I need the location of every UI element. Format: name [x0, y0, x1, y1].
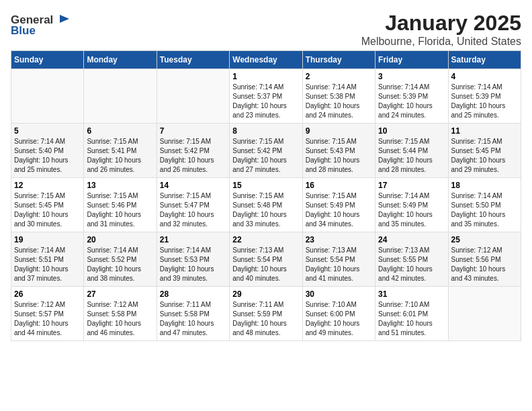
- day-number: 8: [232, 126, 299, 136]
- day-info: Sunrise: 7:15 AM Sunset: 5:41 PM Dayligh…: [87, 137, 153, 175]
- day-info: Sunrise: 7:15 AM Sunset: 5:47 PM Dayligh…: [160, 191, 226, 229]
- day-number: 27: [87, 289, 153, 299]
- day-number: 16: [306, 181, 372, 190]
- day-info: Sunrise: 7:12 AM Sunset: 5:58 PM Dayligh…: [87, 300, 153, 338]
- calendar-cell: 22Sunrise: 7:13 AM Sunset: 5:54 PM Dayli…: [230, 232, 302, 287]
- calendar-cell: 3Sunrise: 7:14 AM Sunset: 5:39 PM Daylig…: [375, 69, 448, 124]
- calendar-cell: 28Sunrise: 7:11 AM Sunset: 5:58 PM Dayli…: [157, 287, 229, 341]
- weekday-header-saturday: Saturday: [448, 51, 521, 69]
- day-info: Sunrise: 7:14 AM Sunset: 5:37 PM Dayligh…: [232, 83, 299, 120]
- calendar-cell: 24Sunrise: 7:13 AM Sunset: 5:55 PM Dayli…: [375, 232, 448, 287]
- day-number: 22: [232, 235, 299, 244]
- day-info: Sunrise: 7:13 AM Sunset: 5:54 PM Dayligh…: [232, 246, 299, 283]
- day-number: 11: [451, 126, 518, 136]
- day-info: Sunrise: 7:14 AM Sunset: 5:51 PM Dayligh…: [14, 246, 81, 283]
- day-info: Sunrise: 7:14 AM Sunset: 5:50 PM Dayligh…: [451, 191, 518, 229]
- calendar-cell: [84, 69, 157, 124]
- day-info: Sunrise: 7:15 AM Sunset: 5:45 PM Dayligh…: [451, 137, 518, 175]
- weekday-header-sunday: Sunday: [11, 51, 84, 69]
- calendar-table: SundayMondayTuesdayWednesdayThursdayFrid…: [11, 50, 521, 341]
- day-info: Sunrise: 7:15 AM Sunset: 5:48 PM Dayligh…: [232, 191, 299, 229]
- calendar-cell: 10Sunrise: 7:15 AM Sunset: 5:44 PM Dayli…: [375, 124, 448, 178]
- calendar-cell: 20Sunrise: 7:14 AM Sunset: 5:52 PM Dayli…: [84, 232, 157, 287]
- day-info: Sunrise: 7:15 AM Sunset: 5:42 PM Dayligh…: [232, 137, 299, 175]
- day-number: 12: [14, 181, 81, 190]
- calendar-cell: 27Sunrise: 7:12 AM Sunset: 5:58 PM Dayli…: [84, 287, 157, 341]
- calendar-week-row: 12Sunrise: 7:15 AM Sunset: 5:45 PM Dayli…: [11, 178, 521, 232]
- calendar-header: January 2025 Melbourne, Florida, United …: [11, 11, 521, 48]
- day-info: Sunrise: 7:14 AM Sunset: 5:53 PM Dayligh…: [160, 246, 226, 283]
- day-info: Sunrise: 7:14 AM Sunset: 5:39 PM Dayligh…: [451, 83, 518, 120]
- day-number: 25: [451, 235, 518, 244]
- calendar-cell: [157, 69, 229, 124]
- day-number: 24: [378, 235, 445, 244]
- page-header: General Blue January 2025 Melbourne, Flo…: [11, 11, 521, 50]
- day-number: 2: [306, 72, 372, 81]
- day-number: 9: [306, 126, 372, 136]
- day-info: Sunrise: 7:14 AM Sunset: 5:40 PM Dayligh…: [14, 137, 81, 175]
- svg-marker-0: [60, 15, 69, 23]
- weekday-header-tuesday: Tuesday: [157, 51, 229, 69]
- calendar-week-row: 26Sunrise: 7:12 AM Sunset: 5:57 PM Dayli…: [11, 287, 521, 341]
- day-number: 23: [306, 235, 372, 244]
- day-info: Sunrise: 7:13 AM Sunset: 5:55 PM Dayligh…: [378, 246, 445, 283]
- day-info: Sunrise: 7:15 AM Sunset: 5:46 PM Dayligh…: [87, 191, 153, 229]
- day-number: 21: [160, 235, 226, 244]
- calendar-cell: 18Sunrise: 7:14 AM Sunset: 5:50 PM Dayli…: [448, 178, 521, 232]
- day-info: Sunrise: 7:15 AM Sunset: 5:44 PM Dayligh…: [378, 137, 445, 175]
- day-number: 31: [378, 289, 445, 299]
- day-number: 10: [378, 126, 445, 136]
- weekday-header-wednesday: Wednesday: [230, 51, 302, 69]
- calendar-cell: 6Sunrise: 7:15 AM Sunset: 5:41 PM Daylig…: [84, 124, 157, 178]
- day-number: 7: [160, 126, 226, 136]
- day-info: Sunrise: 7:14 AM Sunset: 5:49 PM Dayligh…: [378, 191, 445, 229]
- logo-icon: [54, 13, 69, 27]
- calendar-cell: 7Sunrise: 7:15 AM Sunset: 5:42 PM Daylig…: [157, 124, 229, 178]
- day-info: Sunrise: 7:15 AM Sunset: 5:45 PM Dayligh…: [14, 191, 81, 229]
- calendar-cell: 26Sunrise: 7:12 AM Sunset: 5:57 PM Dayli…: [11, 287, 84, 341]
- day-info: Sunrise: 7:10 AM Sunset: 6:00 PM Dayligh…: [306, 300, 372, 338]
- calendar-cell: 25Sunrise: 7:12 AM Sunset: 5:56 PM Dayli…: [448, 232, 521, 287]
- calendar-cell: 5Sunrise: 7:14 AM Sunset: 5:40 PM Daylig…: [11, 124, 84, 178]
- day-info: Sunrise: 7:15 AM Sunset: 5:43 PM Dayligh…: [306, 137, 372, 175]
- calendar-cell: 29Sunrise: 7:11 AM Sunset: 5:59 PM Dayli…: [230, 287, 302, 341]
- day-number: 1: [232, 72, 299, 81]
- weekday-header-thursday: Thursday: [302, 51, 375, 69]
- calendar-cell: 9Sunrise: 7:15 AM Sunset: 5:43 PM Daylig…: [302, 124, 375, 178]
- day-info: Sunrise: 7:14 AM Sunset: 5:52 PM Dayligh…: [87, 246, 153, 283]
- day-info: Sunrise: 7:11 AM Sunset: 5:58 PM Dayligh…: [160, 300, 226, 338]
- calendar-cell: 2Sunrise: 7:14 AM Sunset: 5:38 PM Daylig…: [302, 69, 375, 124]
- day-number: 5: [14, 126, 81, 136]
- day-number: 3: [378, 72, 445, 81]
- day-info: Sunrise: 7:15 AM Sunset: 5:42 PM Dayligh…: [160, 137, 226, 175]
- calendar-cell: 8Sunrise: 7:15 AM Sunset: 5:42 PM Daylig…: [230, 124, 302, 178]
- calendar-cell: 17Sunrise: 7:14 AM Sunset: 5:49 PM Dayli…: [375, 178, 448, 232]
- day-number: 15: [232, 181, 299, 190]
- calendar-cell: 4Sunrise: 7:14 AM Sunset: 5:39 PM Daylig…: [448, 69, 521, 124]
- calendar-cell: 30Sunrise: 7:10 AM Sunset: 6:00 PM Dayli…: [302, 287, 375, 341]
- calendar-cell: 13Sunrise: 7:15 AM Sunset: 5:46 PM Dayli…: [84, 178, 157, 232]
- day-number: 4: [451, 72, 518, 81]
- day-info: Sunrise: 7:12 AM Sunset: 5:57 PM Dayligh…: [14, 300, 81, 338]
- weekday-header-row: SundayMondayTuesdayWednesdayThursdayFrid…: [11, 51, 521, 69]
- weekday-header-monday: Monday: [84, 51, 157, 69]
- day-info: Sunrise: 7:13 AM Sunset: 5:54 PM Dayligh…: [306, 246, 372, 283]
- calendar-title: January 2025: [11, 11, 521, 36]
- day-number: 28: [160, 289, 226, 299]
- calendar-week-row: 19Sunrise: 7:14 AM Sunset: 5:51 PM Dayli…: [11, 232, 521, 287]
- day-info: Sunrise: 7:11 AM Sunset: 5:59 PM Dayligh…: [232, 300, 299, 338]
- day-number: 17: [378, 181, 445, 190]
- day-number: 30: [306, 289, 372, 299]
- calendar-cell: 31Sunrise: 7:10 AM Sunset: 6:01 PM Dayli…: [375, 287, 448, 341]
- day-number: 6: [87, 126, 153, 136]
- calendar-cell: 23Sunrise: 7:13 AM Sunset: 5:54 PM Dayli…: [302, 232, 375, 287]
- calendar-cell: 16Sunrise: 7:15 AM Sunset: 5:49 PM Dayli…: [302, 178, 375, 232]
- day-number: 26: [14, 289, 81, 299]
- calendar-cell: 12Sunrise: 7:15 AM Sunset: 5:45 PM Dayli…: [11, 178, 84, 232]
- calendar-cell: 1Sunrise: 7:14 AM Sunset: 5:37 PM Daylig…: [230, 69, 302, 124]
- calendar-week-row: 1Sunrise: 7:14 AM Sunset: 5:37 PM Daylig…: [11, 69, 521, 124]
- day-number: 13: [87, 181, 153, 190]
- calendar-cell: 14Sunrise: 7:15 AM Sunset: 5:47 PM Dayli…: [157, 178, 229, 232]
- day-number: 20: [87, 235, 153, 244]
- logo-blue-text: Blue: [11, 24, 36, 38]
